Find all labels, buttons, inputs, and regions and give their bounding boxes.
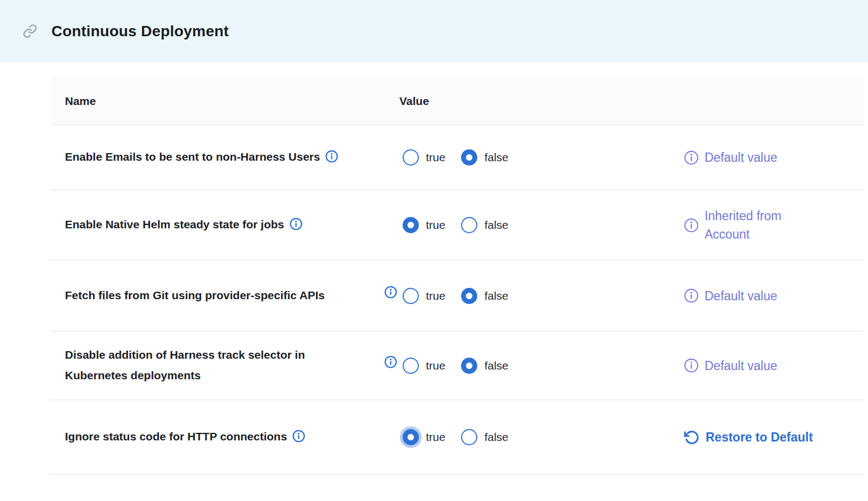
lead-info-slot xyxy=(384,289,403,302)
settings-row: Disable addition of Harness track select… xyxy=(50,332,864,400)
settings-row: Fetch files from Git using provider-spec… xyxy=(50,261,864,332)
lead-info-slot xyxy=(384,431,403,444)
status-label[interactable]: Restore to Default xyxy=(706,428,813,446)
table-header-row: Name Value xyxy=(50,77,864,126)
setting-status-cell: Restore to Default xyxy=(676,428,864,446)
setting-value-cell: true false xyxy=(384,288,676,304)
setting-value-cell: true false xyxy=(384,429,676,445)
radio-true[interactable] xyxy=(403,288,419,304)
status-label[interactable]: Inherited from Account xyxy=(705,207,816,243)
setting-name-cell: Enable Emails to be sent to non-Harness … xyxy=(50,147,384,168)
setting-name: Enable Native Helm steady state for jobs xyxy=(65,218,284,230)
radio-false-label[interactable]: false xyxy=(484,431,508,444)
radio-true-label[interactable]: true xyxy=(426,219,445,232)
status-info-icon[interactable] xyxy=(684,218,699,233)
setting-value-cell: true false xyxy=(384,358,676,374)
status-info-icon[interactable] xyxy=(684,150,699,165)
link-icon[interactable] xyxy=(23,24,37,38)
settings-row: Ignore status code for HTTP connections xyxy=(50,400,864,475)
settings-row: Enable Emails to be sent to non-Harness … xyxy=(50,126,864,190)
setting-name-cell: Disable addition of Harness track select… xyxy=(50,345,384,387)
setting-name: Ignore status code for HTTP connections xyxy=(65,430,287,443)
radio-true-label[interactable]: true xyxy=(426,431,445,444)
status-info-icon[interactable] xyxy=(684,288,699,303)
setting-status-cell: Default value xyxy=(676,148,864,167)
radio-false-label[interactable]: false xyxy=(484,289,508,302)
settings-table: Name Value Enable Emails to be sent to n… xyxy=(50,77,864,475)
table-body: Enable Emails to be sent to non-Harness … xyxy=(50,126,864,475)
radio-false-label[interactable]: false xyxy=(484,151,508,164)
section-header: Continuous Deployment xyxy=(0,0,868,62)
radio-true[interactable] xyxy=(403,217,419,233)
radio-false[interactable] xyxy=(461,288,477,304)
setting-status-cell: Default value xyxy=(676,357,864,375)
section-title: Continuous Deployment xyxy=(51,23,229,40)
setting-name-cell: Fetch files from Git using provider-spec… xyxy=(50,285,384,307)
radio-true-label[interactable]: true xyxy=(426,151,445,164)
radio-false[interactable] xyxy=(461,429,477,445)
setting-status-cell: Default value xyxy=(676,287,864,305)
radio-false[interactable] xyxy=(461,358,477,374)
restore-icon[interactable] xyxy=(684,430,700,445)
info-icon[interactable] xyxy=(384,286,397,299)
info-icon[interactable] xyxy=(384,355,397,368)
settings-page: Continuous Deployment Name Value Enable … xyxy=(0,0,868,501)
setting-name: Fetch files from Git using provider-spec… xyxy=(65,285,325,306)
lead-info-slot xyxy=(384,219,403,232)
setting-name-cell: Enable Native Helm steady state for jobs xyxy=(50,214,384,236)
lead-info-slot xyxy=(384,359,403,372)
radio-true[interactable] xyxy=(403,429,419,445)
status-label[interactable]: Default value xyxy=(705,148,777,167)
radio-false[interactable] xyxy=(461,149,477,166)
status-label[interactable]: Default value xyxy=(705,357,777,375)
info-icon[interactable] xyxy=(292,430,305,443)
radio-false-label[interactable]: false xyxy=(484,359,508,372)
radio-false-label[interactable]: false xyxy=(484,219,508,232)
radio-true-label[interactable]: true xyxy=(426,289,445,302)
column-header-value: Value xyxy=(384,95,676,108)
status-info-icon[interactable] xyxy=(684,358,699,373)
setting-name-cell: Ignore status code for HTTP connections xyxy=(50,426,384,448)
setting-status-cell: Inherited from Account xyxy=(676,207,864,243)
setting-name: Disable addition of Harness track select… xyxy=(65,345,360,386)
column-header-name: Name xyxy=(50,95,384,108)
lead-info-slot xyxy=(384,151,403,164)
radio-false[interactable] xyxy=(461,217,477,233)
radio-true-label[interactable]: true xyxy=(426,359,445,372)
setting-name: Enable Emails to be sent to non-Harness … xyxy=(65,150,320,163)
info-icon[interactable] xyxy=(325,150,338,163)
info-icon[interactable] xyxy=(290,217,303,230)
setting-value-cell: true false xyxy=(384,217,676,233)
settings-row: Enable Native Helm steady state for jobs xyxy=(50,190,864,261)
radio-true[interactable] xyxy=(403,149,419,166)
status-label[interactable]: Default value xyxy=(705,287,777,305)
radio-true[interactable] xyxy=(403,358,419,374)
setting-value-cell: true false xyxy=(384,149,676,166)
